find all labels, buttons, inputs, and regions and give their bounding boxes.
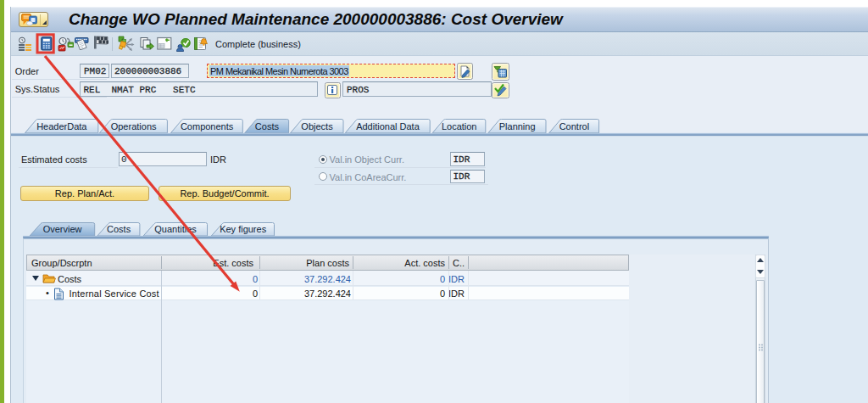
svg-text:Additional Data: Additional Data — [356, 121, 420, 132]
svg-text:Quantities: Quantities — [154, 224, 197, 234]
svg-text:Components: Components — [181, 121, 234, 132]
svg-text:Operations: Operations — [111, 121, 157, 132]
svg-text:Key figures: Key figures — [220, 224, 267, 234]
svg-text:Control: Control — [559, 121, 589, 132]
svg-text:HeaderData: HeaderData — [36, 121, 87, 132]
svg-text:Location: Location — [442, 121, 477, 132]
svg-text:Planning: Planning — [499, 121, 536, 132]
svg-text:Objects: Objects — [301, 121, 333, 132]
svg-text:Overview: Overview — [42, 224, 81, 234]
svg-text:Costs: Costs — [107, 224, 131, 234]
svg-text:Costs: Costs — [255, 121, 280, 132]
